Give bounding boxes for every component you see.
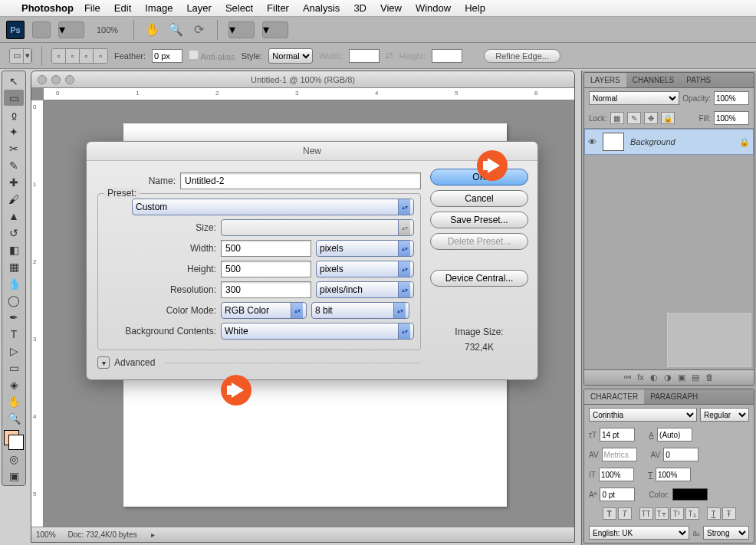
blend-mode-select[interactable]: Normal	[589, 91, 679, 105]
menu-select[interactable]: Select	[225, 2, 253, 14]
lock-brush-icon[interactable]: ✎	[627, 112, 641, 124]
lock-pixels-icon[interactable]: ▦	[610, 112, 624, 124]
lock-move-icon[interactable]: ✥	[644, 112, 658, 124]
tool-crop[interactable]: ✂	[4, 140, 24, 156]
zoom-icon[interactable]: 🔍	[168, 22, 183, 38]
tab-layers[interactable]: LAYERS	[584, 73, 626, 87]
quickmask-icon[interactable]: ◎	[4, 451, 24, 467]
menu-view[interactable]: View	[380, 2, 402, 14]
tool-lasso[interactable]: ჲ	[4, 107, 24, 123]
name-input[interactable]	[180, 172, 421, 189]
feather-input[interactable]	[152, 49, 182, 63]
menu-analysis[interactable]: Analysis	[303, 2, 340, 14]
tool-shape[interactable]: ▭	[4, 360, 24, 376]
tool-eraser[interactable]: ◧	[4, 241, 24, 258]
font-size-input[interactable]	[600, 428, 635, 442]
rotate-icon[interactable]: ⟳	[191, 22, 206, 38]
superscript-button[interactable]: T¹	[670, 507, 684, 520]
dlg-width-input[interactable]	[221, 240, 311, 257]
menu-layer[interactable]: Layer	[186, 2, 212, 14]
status-zoom[interactable]: 100%	[36, 530, 56, 539]
tool-move[interactable]: ↖	[4, 73, 24, 89]
selection-mode[interactable]: ▫▫▫▫	[51, 48, 108, 64]
visibility-icon[interactable]: 👁	[588, 137, 597, 146]
color-swatches[interactable]	[4, 430, 24, 450]
tool-hand[interactable]: ✋	[4, 393, 24, 409]
smallcaps-button[interactable]: Tᴛ	[655, 507, 669, 520]
italic-button[interactable]: T	[618, 507, 632, 520]
tool-heal[interactable]: ✚	[4, 174, 24, 190]
adjustment-icon[interactable]: ◑	[664, 373, 672, 382]
device-central-button[interactable]: Device Central...	[430, 270, 528, 287]
bridge-button[interactable]	[32, 21, 51, 38]
underline-button[interactable]: T	[707, 507, 721, 520]
resolution-input[interactable]	[221, 281, 311, 298]
lock-all-icon[interactable]: 🔒	[661, 112, 675, 124]
marquee-tool-icon[interactable]: ▭▾	[9, 48, 32, 64]
menu-help[interactable]: Help	[465, 2, 485, 14]
tool-wand[interactable]: ✦	[4, 123, 24, 140]
fx-icon[interactable]: fx	[637, 373, 644, 382]
advanced-disclosure[interactable]: ▾	[97, 356, 110, 369]
app-name[interactable]: Photoshop	[21, 2, 74, 14]
allcaps-button[interactable]: TT	[639, 507, 653, 520]
trash-icon[interactable]: 🗑	[705, 373, 714, 382]
tool-blur[interactable]: 💧	[4, 275, 24, 291]
tool-pen[interactable]: ✒	[4, 309, 24, 325]
preset-select[interactable]: Custom▴▾	[132, 199, 414, 215]
bit-depth-select[interactable]: 8 bit▴▾	[311, 302, 409, 319]
leading-input[interactable]	[657, 428, 692, 442]
hand-icon[interactable]: ✋	[145, 22, 160, 38]
font-family-select[interactable]: Corinthia	[589, 408, 697, 422]
mask-icon[interactable]: ◐	[650, 373, 658, 382]
layer-name[interactable]: Background	[630, 137, 675, 146]
screenmode-icon[interactable]: ▣	[4, 468, 24, 484]
subscript-button[interactable]: T₁	[685, 507, 699, 520]
antialias-select[interactable]: Strong	[703, 526, 749, 540]
tab-character[interactable]: CHARACTER	[584, 389, 644, 404]
tool-history[interactable]: ↺	[4, 225, 24, 241]
tool-marquee[interactable]: ▭	[4, 90, 24, 106]
tab-channels[interactable]: CHANNELS	[626, 73, 680, 87]
dlg-height-input[interactable]	[221, 261, 311, 277]
screen-mode-button[interactable]: ▾	[262, 21, 288, 38]
baseline-input[interactable]	[600, 488, 635, 501]
zoom-level[interactable]: 100%	[92, 24, 123, 36]
refine-edge-button[interactable]: Refine Edge...	[484, 49, 560, 63]
bold-button[interactable]: T	[603, 507, 616, 520]
menu-image[interactable]: Image	[145, 2, 173, 14]
save-preset-button[interactable]: Save Preset...	[430, 212, 528, 228]
tool-stamp[interactable]: ▲	[4, 208, 24, 224]
vscale-input[interactable]	[599, 468, 634, 481]
style-select[interactable]: Normal	[268, 48, 313, 64]
font-weight-select[interactable]: Regular	[700, 408, 749, 422]
resolution-unit-select[interactable]: pixels/inch▴▾	[316, 281, 414, 298]
tracking-input[interactable]	[663, 448, 698, 461]
tab-paragraph[interactable]: PARAGRAPH	[644, 389, 704, 404]
menu-edit[interactable]: Edit	[114, 2, 131, 14]
language-select[interactable]: English: UK	[589, 526, 689, 540]
menu-window[interactable]: Window	[416, 2, 451, 14]
tab-paths[interactable]: PATHS	[680, 73, 717, 87]
window-titlebar[interactable]: Untitled-1 @ 100% (RGB/8)	[31, 71, 574, 88]
link-icon[interactable]: ⚯	[624, 373, 631, 382]
tool-type[interactable]: T	[4, 326, 24, 342]
menu-3d[interactable]: 3D	[353, 2, 366, 14]
text-color-swatch[interactable]	[672, 488, 708, 501]
menu-file[interactable]: File	[84, 2, 100, 14]
tool-gradient[interactable]: ▦	[4, 258, 24, 274]
tool-zoom[interactable]: 🔍	[4, 410, 24, 426]
menu-filter[interactable]: Filter	[267, 2, 289, 14]
folder-icon[interactable]: ▣	[678, 373, 685, 382]
strike-button[interactable]: Ŧ	[722, 507, 736, 520]
tool-3d[interactable]: ◈	[4, 376, 24, 392]
opacity-input[interactable]	[714, 91, 749, 105]
width-unit-select[interactable]: pixels▴▾	[316, 240, 414, 257]
height-unit-select[interactable]: pixels▴▾	[316, 261, 414, 277]
tool-path[interactable]: ▷	[4, 343, 24, 359]
tool-dodge[interactable]: ◯	[4, 292, 24, 308]
workspace-button[interactable]: ▾	[58, 21, 84, 38]
tool-eyedropper[interactable]: ✎	[4, 157, 24, 173]
new-layer-icon[interactable]: ▤	[692, 373, 699, 382]
cancel-button[interactable]: Cancel	[430, 190, 528, 207]
